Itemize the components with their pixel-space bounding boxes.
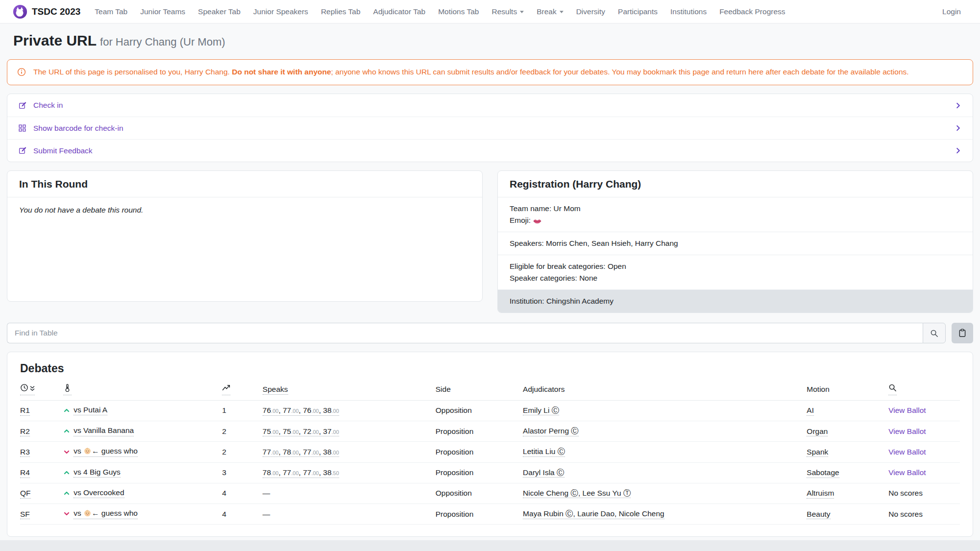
debate-row-r4: R4vs 4 Big Guys378.00, 77.00, 77.00, 38.… <box>20 462 960 483</box>
registration-line: Emoji: <box>510 215 961 226</box>
registration-line: Institution: Chingshin Academy <box>510 295 961 307</box>
login-link[interactable]: Login <box>936 7 967 16</box>
view-ballot-link[interactable]: View Ballot <box>888 406 926 414</box>
action-show-barcode-for-check-in[interactable]: Show barcode for check-in <box>7 117 973 139</box>
team-points: 1 <box>222 406 226 414</box>
chevron-right-icon <box>955 147 962 154</box>
side: Proposition <box>436 427 474 435</box>
registration-line: Eligible for break categories: Open <box>510 261 961 272</box>
side: Opposition <box>436 489 472 497</box>
registration-item: Speakers: Morris Chen, Sean Hsieh, Harry… <box>498 232 973 255</box>
debate-row-r3: R3vs ← guess who277.00, 78.00, 77.00, 38… <box>20 442 960 462</box>
pencil-square-icon <box>18 101 26 110</box>
debates-column-header <box>222 382 262 400</box>
baby-emoji-icon <box>84 509 91 517</box>
adjudicators: Nicole Cheng Ⓒ, Lee Ssu Yu Ⓣ <box>523 489 631 499</box>
nav-items: Team TabJunior TeamsSpeaker TabJunior Sp… <box>88 7 791 16</box>
clipboard-icon <box>958 329 967 337</box>
nav-item-institutions[interactable]: Institutions <box>664 7 713 16</box>
adjudicators: Emily Li Ⓒ <box>523 406 559 416</box>
motion: AI <box>807 406 814 416</box>
nav-item-junior-speakers[interactable]: Junior Speakers <box>247 7 315 16</box>
registration-line: Team name: Ur Mom <box>510 203 961 215</box>
team-points: 4 <box>222 510 226 518</box>
nav-item-break[interactable]: Break <box>530 7 570 16</box>
chevron-down-icon <box>63 510 70 517</box>
motion: Sabotage <box>807 468 839 478</box>
team-points: 2 <box>222 427 226 435</box>
search-button[interactable] <box>923 323 946 343</box>
nav-item-participants[interactable]: Participants <box>612 7 664 16</box>
debates-title: Debates <box>20 362 960 375</box>
nav-item-motions-tab[interactable]: Motions Tab <box>432 7 485 16</box>
tournament-brand[interactable]: TSDC 2023 <box>32 6 80 17</box>
debates-card: Debates SpeaksSideAdjudicatorsMotion R1v… <box>7 352 973 537</box>
chevron-down-icon <box>63 449 70 455</box>
registration-item: Team name: Ur MomEmoji: <box>498 197 973 232</box>
copy-table-button[interactable] <box>952 323 973 343</box>
clock-icon <box>20 383 28 394</box>
alert-text: The URL of this page is personalised to … <box>33 66 909 77</box>
round-abbreviation: R3 <box>20 448 30 457</box>
motion: Spank <box>807 448 828 457</box>
search-icon <box>930 329 938 337</box>
find-in-table-input[interactable] <box>7 323 923 343</box>
action-submit-feedback[interactable]: Submit Feedback <box>7 139 973 162</box>
debate-row-r1: R1vs Putai A176.00, 77.00, 76.00, 38.00O… <box>20 400 960 421</box>
adjudicators: Daryl Isla Ⓒ <box>523 468 564 478</box>
speaks-values: 76.00, 77.00, 76.00, 38.00 <box>263 406 339 416</box>
debate-row-r2: R2vs Vanilla Banana275.00, 75.00, 72.00,… <box>20 421 960 442</box>
pencil-square-icon <box>18 146 26 155</box>
debates-column-header: Motion <box>807 382 888 400</box>
sort-icon <box>30 384 35 394</box>
action-check-in[interactable]: Check in <box>7 94 973 117</box>
view-ballot-link[interactable]: View Ballot <box>888 468 926 477</box>
nav-item-speaker-tab[interactable]: Speaker Tab <box>192 7 247 16</box>
speaks-values: 78.00, 77.00, 77.00, 38.50 <box>263 468 339 478</box>
chevron-up-icon <box>63 428 70 434</box>
side: Proposition <box>436 448 474 456</box>
motion: Altruism <box>807 489 834 499</box>
in-this-round-empty-message: You do not have a debate this round. <box>7 197 482 301</box>
team-points: 3 <box>222 468 226 477</box>
table-search-row <box>7 323 973 343</box>
nav-item-feedback-progress[interactable]: Feedback Progress <box>713 7 791 16</box>
debate-row-qf: QFvs Overcooked4—OppositionNicole Cheng … <box>20 483 960 503</box>
nav-item-results[interactable]: Results <box>485 7 530 16</box>
round-abbreviation: R2 <box>20 427 30 437</box>
nav-item-team-tab[interactable]: Team Tab <box>88 7 134 16</box>
nav-item-replies-tab[interactable]: Replies Tab <box>315 7 367 16</box>
result-opponent: vs Putai A <box>74 406 107 416</box>
debate-row-sf: SFvs ← guess who4—PropositionMaya Rubin … <box>20 504 960 525</box>
round-abbreviation: QF <box>20 489 31 499</box>
qr-grid-icon <box>18 124 26 132</box>
trend-icon <box>222 383 230 394</box>
view-ballot-link[interactable]: View Ballot <box>888 427 926 435</box>
page-title: Private URLfor Harry Chang (Ur Mom) <box>13 31 973 52</box>
result-opponent: vs ← guess who <box>74 447 138 457</box>
top-navbar: TSDC 2023 Team TabJunior TeamsSpeaker Ta… <box>0 0 980 24</box>
caret-down-icon <box>560 11 564 13</box>
result-opponent: vs 4 Big Guys <box>74 468 121 478</box>
result-opponent: vs Overcooked <box>74 488 124 499</box>
debates-column-header[interactable] <box>20 382 63 400</box>
nav-item-adjudicator-tab[interactable]: Adjudicator Tab <box>367 7 432 16</box>
debates-column-header <box>888 382 960 400</box>
result-opponent: vs Vanilla Banana <box>74 426 134 436</box>
nav-item-diversity[interactable]: Diversity <box>570 7 612 16</box>
search-icon <box>888 383 897 394</box>
tabbycat-logo-icon[interactable] <box>13 4 27 19</box>
registration-item: Institution: Chingshin Academy <box>498 289 973 312</box>
nav-item-junior-teams[interactable]: Junior Teams <box>134 7 192 16</box>
view-ballot-link[interactable]: View Ballot <box>888 448 926 456</box>
caret-down-icon <box>520 11 524 13</box>
registration-item: Eligible for break categories: OpenSpeak… <box>498 255 973 289</box>
column-header-adjudicators: Adjudicators <box>523 385 564 393</box>
speaks-empty: — <box>263 489 270 497</box>
debates-table: SpeaksSideAdjudicatorsMotion R1vs Putai … <box>20 382 960 525</box>
team-points: 4 <box>222 489 226 497</box>
adjudicators: Letitia Liu Ⓒ <box>523 447 565 457</box>
action-label: Show barcode for check-in <box>33 124 123 133</box>
action-list-card: Check inShow barcode for check-inSubmit … <box>7 94 973 162</box>
private-url-alert: The URL of this page is personalised to … <box>7 59 973 85</box>
